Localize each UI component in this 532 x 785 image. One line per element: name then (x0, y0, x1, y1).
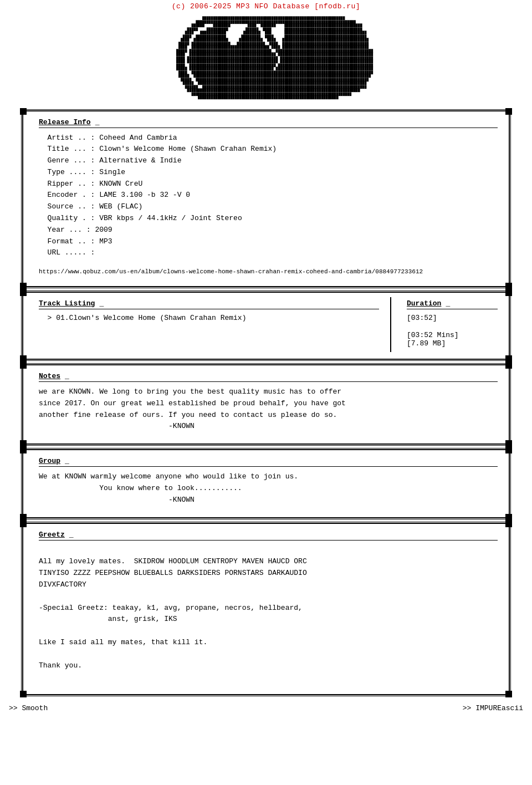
greetz-inner: Greetz _ All my lovely mates. SKIDROW HO… (30, 528, 502, 688)
group-section: Group _ We at KNOWN warmly welcome anyon… (22, 449, 510, 518)
release-info-content: Artist .. : Coheed And Cambria Title ...… (39, 132, 498, 271)
copyright-bar: (c) 2006-2025 MP3 NFO Database [nfodb.ru… (0, 0, 532, 12)
greetz-line8: Like I said all my mates, that kill it. (39, 638, 207, 646)
track-listing-section: Track Listing _ > 01.Clown's Welcome Hom… (22, 292, 510, 360)
artist-row: Artist .. : Coheed And Cambria Title ...… (39, 134, 277, 257)
notes-content: we are KNOWN. We long to bring you the b… (39, 386, 498, 432)
group-content: We at KNOWN warmly welcome anyone who wo… (39, 471, 498, 506)
group-title: Group (39, 457, 60, 465)
greetz-divider (39, 540, 498, 541)
duration-title: Duration (407, 299, 441, 308)
duration-title-row: Duration _ (407, 299, 498, 308)
greetz-line6: anst, grisk, IKS (39, 615, 177, 623)
release-divider (39, 128, 498, 128)
total-size: [7.89 MB] (407, 339, 498, 348)
track-left-col: Track Listing _ > 01.Clown's Welcome Hom… (30, 297, 391, 352)
track-divider (39, 309, 379, 309)
page-wrapper: (c) 2006-2025 MP3 NFO Database [nfodb.ru… (0, 0, 532, 717)
notes-divider (39, 381, 498, 382)
track-listing-title: Track Listing (39, 299, 95, 308)
notes-title: Notes (39, 372, 60, 380)
release-info-title: Release Info (39, 118, 91, 126)
greetz-line2: TINYISO ZZZZ PEEPSHOW BLUEBALLS DARKSIDE… (39, 569, 307, 577)
track-row-1: > 01.Clown's Welcome Home (Shawn Crahan … (39, 314, 379, 322)
url-value[interactable]: https://www.qobuz.com/us-en/album/clowns… (39, 268, 498, 275)
notes-inner: Notes _ we are KNOWN. We long to bring y… (30, 370, 502, 437)
notes-section: Notes _ we are KNOWN. We long to bring y… (22, 364, 510, 445)
release-title-dash: _ (95, 118, 100, 126)
track-title-row: Track Listing _ (39, 299, 379, 308)
ascii-art: ████████████████████████████████████████… (159, 17, 373, 104)
duration-row-1: [03:52] (407, 314, 498, 322)
content-area: Release Info _ Artist .. : Coheed And Ca… (22, 110, 510, 696)
greetz-line1: All my lovely mates. SKIDROW HOODLUM CEN… (39, 557, 307, 565)
ascii-art-section: ████████████████████████████████████████… (0, 12, 532, 110)
group-title-dash: _ (65, 457, 69, 465)
bottom-nav-right[interactable]: >> IMPUREascii (463, 704, 523, 712)
track-two-col: Track Listing _ > 01.Clown's Welcome Hom… (30, 297, 502, 352)
bottom-nav: >> Smooth >> IMPUREascii (0, 700, 532, 717)
group-divider (39, 466, 498, 467)
greetz-line10: Thank you. (39, 661, 82, 670)
greetz-title-row: Greetz _ (39, 531, 498, 539)
totals-block: [03:52 Mins] [7.89 MB] (407, 331, 498, 348)
duration-title-dash: _ (446, 299, 450, 308)
greetz-line5: -Special Greetz: teakay, k1, avg, propan… (39, 604, 303, 612)
greetz-section: Greetz _ All my lovely mates. SKIDROW HO… (22, 523, 510, 696)
release-title-row: Release Info _ (39, 118, 498, 126)
copyright-text: (c) 2006-2025 MP3 NFO Database [nfodb.ru… (172, 2, 360, 11)
group-inner: Group _ We at KNOWN warmly welcome anyon… (30, 455, 502, 510)
track-section-inner: Track Listing _ > 01.Clown's Welcome Hom… (30, 297, 383, 327)
release-info-inner: Release Info _ Artist .. : Coheed And Ca… (30, 116, 502, 280)
duration-divider (407, 309, 498, 309)
greetz-line3: DIVXFACTORY (39, 580, 86, 589)
track-right-col: Duration _ [03:52] [03:52 Mins] [7.89 MB… (391, 297, 502, 352)
greetz-title: Greetz (39, 531, 65, 539)
duration-section-inner: Duration _ [03:52] [03:52 Mins] [7.89 MB… (398, 297, 502, 352)
release-info-section: Release Info _ Artist .. : Coheed And Ca… (22, 110, 510, 288)
track-title-dash: _ (99, 299, 104, 308)
notes-title-row: Notes _ (39, 372, 498, 380)
notes-title-dash: _ (65, 372, 69, 380)
greetz-title-dash: _ (69, 531, 74, 539)
bottom-nav-left[interactable]: >> Smooth (9, 704, 48, 712)
group-title-row: Group _ (39, 457, 498, 465)
total-duration: [03:52 Mins] (407, 331, 498, 339)
greetz-content: All my lovely mates. SKIDROW HOODLUM CEN… (39, 545, 498, 684)
